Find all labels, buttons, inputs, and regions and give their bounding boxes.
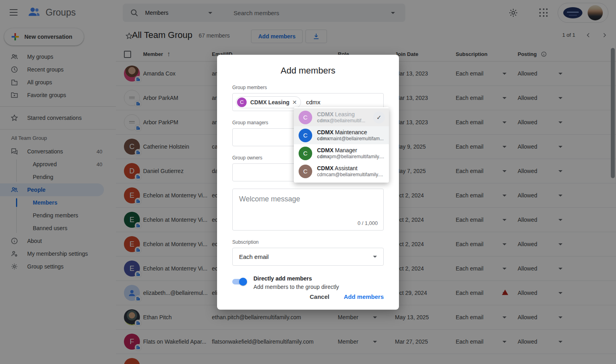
suggestion-item[interactable]: CCDMX Assistantcdmcam@bellairemultifamil… (294, 162, 389, 180)
chip-name: CDMX Leasing (250, 99, 289, 105)
suggestion-avatar: C (299, 111, 312, 124)
google-groups-app: Groups Members Search members New conver… (0, 0, 616, 364)
dialog-title: Add members (217, 66, 399, 76)
suggestion-email: cdmx@bellairemultif... (317, 118, 365, 123)
toggle-subtitle: Add members to the group directly (253, 284, 339, 290)
suggestion-name: CDMX Manager (317, 147, 384, 153)
suggestion-item[interactable]: CCDMX Maintenancecdmxmaint@bellairemulti… (294, 126, 389, 144)
suggestion-avatar: C (299, 165, 312, 178)
welcome-message-placeholder: Welcome message (239, 195, 300, 203)
subscription-label: Subscription (232, 239, 384, 245)
cancel-button[interactable]: Cancel (310, 293, 329, 300)
welcome-message-input[interactable]: Welcome message 0 / 1,000 (232, 189, 384, 231)
chip-remove-icon[interactable]: ✕ (292, 99, 297, 105)
typed-query: cdmx (306, 99, 321, 105)
character-counter: 0 / 1,000 (357, 220, 378, 226)
suggestion-name: CDMX Leasing (317, 111, 365, 117)
chip-avatar: C (237, 97, 247, 107)
selected-check-icon: ✓ (373, 111, 385, 123)
subscription-caret-icon (373, 256, 377, 258)
member-suggestions-dropdown: CCDMX Leasingcdmx@bellairemultif...✓CCDM… (294, 107, 389, 183)
suggestion-email: cdmcam@bellairemultifamily.... (317, 172, 383, 177)
suggestion-item[interactable]: CCDMX Leasingcdmx@bellairemultif...✓ (294, 108, 389, 126)
suggestion-avatar: C (299, 147, 312, 160)
directly-add-toggle[interactable] (232, 278, 247, 286)
submit-add-members-button[interactable]: Add members (344, 293, 384, 300)
member-chip[interactable]: C CDMX Leasing ✕ (236, 96, 301, 108)
suggestion-avatar: C (299, 129, 312, 142)
subscription-select[interactable]: Each email (232, 248, 384, 266)
suggestion-name: CDMX Maintenance (317, 129, 384, 135)
suggestion-name: CDMX Assistant (317, 165, 383, 171)
suggestion-email: cdmxpm@bellairemultifamily.... (317, 154, 384, 159)
suggestion-item[interactable]: CCDMX Managercdmxpm@bellairemultifamily.… (294, 144, 389, 162)
group-members-label: Group members (232, 85, 384, 90)
subscription-selected-value: Each email (239, 253, 269, 260)
suggestion-email: cdmxmaint@bellairemultifam... (317, 136, 384, 141)
toggle-title: Directly add members (253, 275, 339, 282)
